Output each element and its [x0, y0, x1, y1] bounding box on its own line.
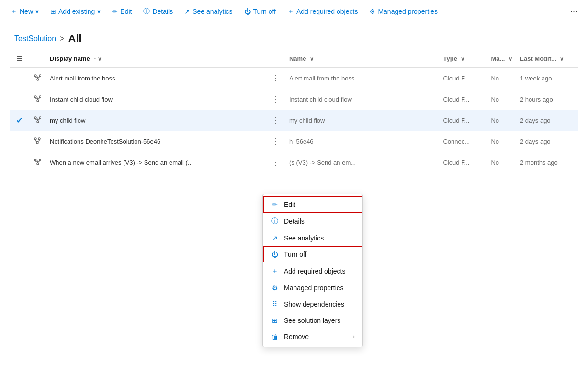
details-button[interactable]: ⓘ Details — [138, 4, 178, 19]
add-existing-label: Add existing — [58, 8, 95, 15]
add-existing-icon: ⊞ — [50, 8, 56, 15]
row-context-menu-trigger[interactable]: ⋮ — [266, 110, 285, 131]
modified-sort-icon: ∨ — [560, 56, 564, 62]
row-name: h_56e46 — [285, 131, 440, 152]
row-displayname[interactable]: my child flow — [46, 110, 266, 131]
row-modified: 2 days ago — [516, 131, 578, 152]
managed-sort-icon: ∨ — [509, 56, 512, 62]
add-existing-button[interactable]: ⊞ Add existing ▾ — [45, 5, 105, 18]
managed-props-gear-icon: ⚙ — [369, 8, 375, 15]
dots-button[interactable]: ⋮ — [270, 115, 282, 126]
row-name: Instant child cloud flow — [285, 89, 440, 110]
managed-props-label: Managed properties — [378, 8, 438, 15]
table-row[interactable]: When a new email arrives (V3) -> Send an… — [10, 152, 578, 173]
edit-button[interactable]: ✏ Edit — [107, 5, 136, 18]
row-modified: 2 months ago — [516, 152, 578, 173]
row-name: (s (V3) -> Send an em... — [285, 152, 440, 173]
turn-off-button[interactable]: ⏻ Turn off — [239, 5, 281, 18]
details-info-icon: ⓘ — [143, 7, 150, 16]
row-checkbox[interactable] — [10, 89, 29, 110]
row-type: Connec... — [439, 131, 487, 152]
dots-button[interactable]: ⋮ — [270, 94, 282, 105]
edit-pencil-icon: ✏ — [112, 8, 118, 15]
row-displayname[interactable]: Instant child cloud flow — [46, 89, 266, 110]
more-actions-button[interactable]: ··· — [565, 3, 582, 19]
row-type: Cloud F... — [439, 110, 487, 131]
add-existing-chevron-icon: ▾ — [97, 8, 101, 15]
breadcrumb: TestSolution > All — [0, 23, 588, 50]
row-name: Alert mail from the boss — [285, 68, 440, 89]
row-name: my child flow — [285, 110, 440, 131]
displayname-sort-icon: ↑ ∨ — [93, 56, 102, 62]
row-managed: No — [487, 110, 516, 131]
row-context-menu-trigger[interactable]: ⋮ — [266, 152, 285, 173]
row-modified: 2 days ago — [516, 110, 578, 131]
turn-off-power-icon: ⏻ — [244, 8, 251, 15]
new-label: New — [20, 8, 33, 15]
row-type: Cloud F... — [439, 152, 487, 173]
details-label: Details — [152, 8, 173, 15]
table-row[interactable]: ✔my child flow⋮my child flowCloud F...No… — [10, 110, 578, 131]
row-managed: No — [487, 152, 516, 173]
managed-properties-button[interactable]: ⚙ Managed properties — [364, 5, 442, 18]
row-checkbox[interactable]: ✔ — [10, 110, 29, 131]
row-displayname[interactable]: Alert mail from the boss — [46, 68, 266, 89]
col-header-filter: ☰ — [10, 50, 29, 68]
table-header-row: ☰ Display name ↑ ∨ Name ∨ Type ∨ Ma... ∨… — [10, 50, 578, 68]
add-required-label: Add required objects — [296, 8, 358, 15]
table-row[interactable]: Instant child cloud flow⋮Instant child c… — [10, 89, 578, 110]
breadcrumb-parent[interactable]: TestSolution — [14, 34, 56, 43]
table-row[interactable]: Alert mail from the boss⋮Alert mail from… — [10, 68, 578, 89]
row-displayname[interactable]: Notifications DeonheTestSolution-56e46 — [46, 131, 266, 152]
row-type: Cloud F... — [439, 89, 487, 110]
analytics-chart-icon: ↗ — [184, 8, 190, 15]
row-modified: 2 hours ago — [516, 89, 578, 110]
col-header-icon — [29, 50, 46, 68]
row-checkbox[interactable] — [10, 131, 29, 152]
row-managed: No — [487, 89, 516, 110]
table-container: ☰ Display name ↑ ∨ Name ∨ Type ∨ Ma... ∨… — [0, 50, 588, 173]
col-header-displayname[interactable]: Display name ↑ ∨ — [46, 50, 266, 68]
row-type-icon — [29, 131, 46, 152]
row-type-icon — [29, 89, 46, 110]
add-required-button[interactable]: ＋ Add required objects — [283, 4, 362, 19]
row-modified: 1 week ago — [516, 68, 578, 89]
row-context-menu-trigger[interactable]: ⋮ — [266, 68, 285, 89]
row-type: Cloud F... — [439, 68, 487, 89]
dots-button[interactable]: ⋮ — [270, 136, 282, 147]
row-type-icon — [29, 110, 46, 131]
col-header-name[interactable]: Name ∨ — [285, 50, 440, 68]
filter-icon: ☰ — [16, 55, 23, 62]
row-managed: No — [487, 68, 516, 89]
table-row[interactable]: Notifications DeonheTestSolution-56e46⋮h… — [10, 131, 578, 152]
row-context-menu-trigger[interactable]: ⋮ — [266, 131, 285, 152]
row-type-icon — [29, 152, 46, 173]
row-checkbox[interactable] — [10, 68, 29, 89]
see-analytics-label: See analytics — [192, 8, 232, 15]
breadcrumb-current: All — [68, 33, 82, 45]
add-required-plus-icon: ＋ — [287, 7, 294, 16]
name-sort-icon: ∨ — [310, 56, 314, 62]
items-table: ☰ Display name ↑ ∨ Name ∨ Type ∨ Ma... ∨… — [10, 50, 578, 173]
plus-icon: ＋ — [11, 7, 17, 16]
dots-button[interactable]: ⋮ — [270, 73, 282, 84]
dots-button[interactable]: ⋮ — [270, 157, 282, 168]
table-body: Alert mail from the boss⋮Alert mail from… — [10, 68, 578, 173]
row-displayname[interactable]: When a new email arrives (V3) -> Send an… — [46, 152, 266, 173]
row-context-menu-trigger[interactable]: ⋮ — [266, 89, 285, 110]
row-checkbox[interactable] — [10, 152, 29, 173]
row-managed: No — [487, 131, 516, 152]
row-type-icon — [29, 68, 46, 89]
see-analytics-button[interactable]: ↗ See analytics — [180, 5, 237, 18]
checkbox-checked-icon: ✔ — [16, 116, 23, 125]
type-sort-icon: ∨ — [461, 56, 464, 62]
col-header-managed[interactable]: Ma... ∨ — [487, 50, 516, 68]
turn-off-label: Turn off — [253, 8, 276, 15]
breadcrumb-separator: > — [60, 34, 64, 43]
edit-label: Edit — [120, 8, 132, 15]
col-header-type[interactable]: Type ∨ — [439, 50, 487, 68]
new-chevron-icon: ▾ — [35, 8, 39, 15]
new-button[interactable]: ＋ New ▾ — [6, 4, 44, 19]
col-header-modified[interactable]: Last Modif... ∨ — [516, 50, 578, 68]
col-header-dots — [266, 50, 285, 68]
